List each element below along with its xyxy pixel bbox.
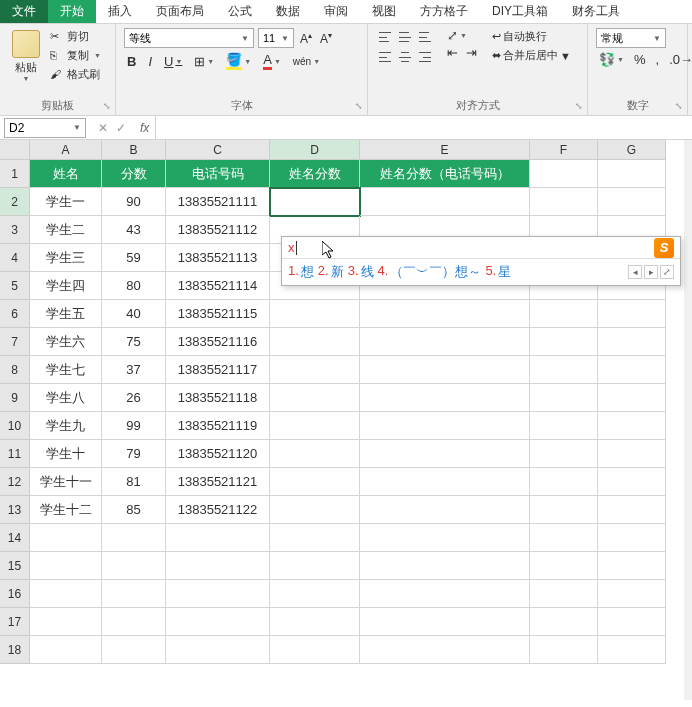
cell-G17[interactable] (598, 608, 666, 636)
align-top-button[interactable] (376, 28, 394, 46)
cell-G14[interactable] (598, 524, 666, 552)
ime-candidate-3[interactable]: 3.线 (348, 263, 374, 281)
cell-D14[interactable] (270, 524, 360, 552)
cell-A13[interactable]: 学生十二 (30, 496, 102, 524)
font-name-select[interactable]: 等线▼ (124, 28, 254, 48)
tab-diy[interactable]: DIY工具箱 (480, 0, 560, 23)
row-header-4[interactable]: 4 (0, 244, 30, 272)
tab-view[interactable]: 视图 (360, 0, 408, 23)
cell-C13[interactable]: 13835521122 (166, 496, 270, 524)
cell-B6[interactable]: 40 (102, 300, 166, 328)
comma-button[interactable]: , (653, 52, 663, 67)
cell-E10[interactable] (360, 412, 530, 440)
cell-D15[interactable] (270, 552, 360, 580)
tab-finance[interactable]: 财务工具 (560, 0, 632, 23)
row-header-16[interactable]: 16 (0, 580, 30, 608)
cell-E6[interactable] (360, 300, 530, 328)
cell-D10[interactable] (270, 412, 360, 440)
fx-icon[interactable]: fx (134, 121, 155, 135)
cell-F17[interactable] (530, 608, 598, 636)
cell-A11[interactable]: 学生十 (30, 440, 102, 468)
row-header-14[interactable]: 14 (0, 524, 30, 552)
cell-A9[interactable]: 学生八 (30, 384, 102, 412)
fill-color-button[interactable]: 🪣▼ (223, 52, 254, 70)
cell-C4[interactable]: 13835521113 (166, 244, 270, 272)
cell-F8[interactable] (530, 356, 598, 384)
cell-D18[interactable] (270, 636, 360, 664)
row-header-10[interactable]: 10 (0, 412, 30, 440)
font-launcher[interactable]: ⤡ (355, 101, 363, 111)
cell-C2[interactable]: 13835521111 (166, 188, 270, 216)
cell-E2[interactable] (360, 188, 530, 216)
ime-candidate-2[interactable]: 2.新 (318, 263, 344, 281)
cell-B13[interactable]: 85 (102, 496, 166, 524)
wrap-text-button[interactable]: ↩自动换行 (490, 28, 573, 45)
cell-C8[interactable]: 13835521117 (166, 356, 270, 384)
cell-B8[interactable]: 37 (102, 356, 166, 384)
align-bottom-button[interactable] (416, 28, 434, 46)
cell-C7[interactable]: 13835521116 (166, 328, 270, 356)
cell-A14[interactable] (30, 524, 102, 552)
row-header-2[interactable]: 2 (0, 188, 30, 216)
cell-C10[interactable]: 13835521119 (166, 412, 270, 440)
cell-B5[interactable]: 80 (102, 272, 166, 300)
cell-D17[interactable] (270, 608, 360, 636)
tab-home[interactable]: 开始 (48, 0, 96, 23)
ime-expand-button[interactable]: ⤢ (660, 265, 674, 279)
cell-E15[interactable] (360, 552, 530, 580)
tab-data[interactable]: 数据 (264, 0, 312, 23)
row-header-1[interactable]: 1 (0, 160, 30, 188)
increase-decimal-button[interactable]: .0→ (666, 52, 692, 67)
row-header-9[interactable]: 9 (0, 384, 30, 412)
cell-F11[interactable] (530, 440, 598, 468)
cell-F7[interactable] (530, 328, 598, 356)
select-all-corner[interactable] (0, 140, 30, 160)
paste-button[interactable]: 粘贴 ▼ (8, 28, 44, 83)
cell-F6[interactable] (530, 300, 598, 328)
cell-G6[interactable] (598, 300, 666, 328)
cell-B14[interactable] (102, 524, 166, 552)
cut-button[interactable]: ✂剪切 (48, 28, 103, 45)
cell-D13[interactable] (270, 496, 360, 524)
cell-B10[interactable]: 99 (102, 412, 166, 440)
cell-F15[interactable] (530, 552, 598, 580)
vertical-scrollbar[interactable] (684, 140, 692, 700)
cell-F14[interactable] (530, 524, 598, 552)
cell-B3[interactable]: 43 (102, 216, 166, 244)
cell-D6[interactable] (270, 300, 360, 328)
italic-button[interactable]: I (145, 54, 155, 69)
name-box[interactable]: D2▼ (4, 118, 86, 138)
cell-E14[interactable] (360, 524, 530, 552)
cell-C15[interactable] (166, 552, 270, 580)
formula-bar[interactable] (155, 116, 692, 139)
col-header-F[interactable]: F (530, 140, 598, 160)
cell-E11[interactable] (360, 440, 530, 468)
cell-A2[interactable]: 学生一 (30, 188, 102, 216)
font-size-select[interactable]: 11▼ (258, 28, 294, 48)
accounting-format-button[interactable]: 💱▼ (596, 52, 627, 67)
cell-D16[interactable] (270, 580, 360, 608)
row-header-11[interactable]: 11 (0, 440, 30, 468)
col-header-C[interactable]: C (166, 140, 270, 160)
align-center-button[interactable] (396, 48, 414, 66)
cell-A10[interactable]: 学生九 (30, 412, 102, 440)
cell-C17[interactable] (166, 608, 270, 636)
percent-button[interactable]: % (631, 52, 649, 67)
cell-D7[interactable] (270, 328, 360, 356)
row-header-3[interactable]: 3 (0, 216, 30, 244)
orientation-button[interactable]: ⤢▼ (444, 28, 480, 43)
cell-F16[interactable] (530, 580, 598, 608)
cell-E1[interactable]: 姓名分数（电话号码） (360, 160, 530, 188)
cell-F1[interactable] (530, 160, 598, 188)
cell-B16[interactable] (102, 580, 166, 608)
cell-G2[interactable] (598, 188, 666, 216)
cell-F13[interactable] (530, 496, 598, 524)
align-right-button[interactable] (416, 48, 434, 66)
align-launcher[interactable]: ⤡ (575, 101, 583, 111)
cell-G16[interactable] (598, 580, 666, 608)
cell-C9[interactable]: 13835521118 (166, 384, 270, 412)
cell-F9[interactable] (530, 384, 598, 412)
tab-review[interactable]: 审阅 (312, 0, 360, 23)
cell-E13[interactable] (360, 496, 530, 524)
cell-B2[interactable]: 90 (102, 188, 166, 216)
